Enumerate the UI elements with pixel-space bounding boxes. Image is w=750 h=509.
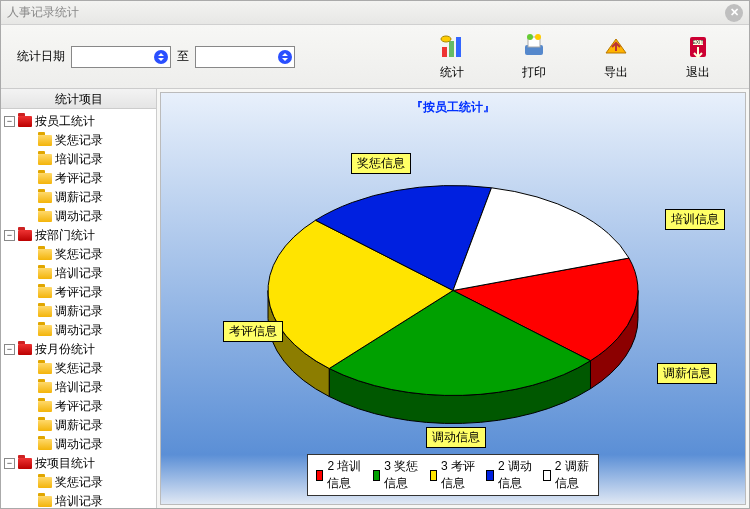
stats-button[interactable]: 统计 — [431, 32, 473, 81]
slice-label-transfer: 调动信息 — [426, 427, 486, 448]
svg-rect-2 — [456, 37, 461, 57]
tree-group[interactable]: −按月份统计 — [4, 340, 153, 359]
slice-label-bonus: 奖惩信息 — [351, 153, 411, 174]
exit-button[interactable]: EXIT 退出 — [677, 32, 719, 81]
svg-point-7 — [535, 34, 541, 40]
tree-item[interactable]: 培训记录 — [4, 150, 153, 169]
folder-open-icon — [18, 116, 32, 127]
collapse-icon[interactable]: − — [4, 116, 15, 127]
legend: 2 培训信息3 奖惩信息3 考评信息2 调动信息2 调薪信息 — [307, 454, 599, 496]
sidebar: 统计项目 −按员工统计奖惩记录培训记录考评记录调薪记录调动记录−按部门统计奖惩记… — [1, 89, 157, 508]
tree-item[interactable]: 调动记录 — [4, 435, 153, 454]
date-from-input[interactable] — [71, 46, 171, 68]
svg-text:EXIT: EXIT — [692, 39, 703, 45]
export-button[interactable]: 导出 — [595, 32, 637, 81]
folder-icon — [38, 420, 52, 431]
legend-item: 2 调薪信息 — [543, 458, 590, 492]
legend-item: 2 调动信息 — [486, 458, 533, 492]
folder-icon — [38, 154, 52, 165]
date-to-label: 至 — [177, 48, 189, 65]
tree-item[interactable]: 培训记录 — [4, 378, 153, 397]
tree-item[interactable]: 考评记录 — [4, 283, 153, 302]
collapse-icon[interactable]: − — [4, 230, 15, 241]
folder-icon — [38, 401, 52, 412]
toolbar: 统计日期 至 统计 — [1, 25, 749, 89]
spinner-icon[interactable] — [154, 50, 168, 64]
tree[interactable]: −按员工统计奖惩记录培训记录考评记录调薪记录调动记录−按部门统计奖惩记录培训记录… — [1, 109, 156, 508]
folder-icon — [38, 192, 52, 203]
export-icon — [601, 32, 631, 62]
print-button[interactable]: 打印 — [513, 32, 555, 81]
folder-icon — [38, 439, 52, 450]
tree-item[interactable]: 培训记录 — [4, 264, 153, 283]
collapse-icon[interactable]: − — [4, 458, 15, 469]
tree-item[interactable]: 调薪记录 — [4, 188, 153, 207]
tree-item[interactable]: 考评记录 — [4, 397, 153, 416]
folder-icon — [38, 173, 52, 184]
tree-item[interactable]: 调薪记录 — [4, 302, 153, 321]
tree-item[interactable]: 调动记录 — [4, 207, 153, 226]
folder-icon — [38, 249, 52, 260]
tree-item[interactable]: 奖惩记录 — [4, 473, 153, 492]
print-icon — [519, 32, 549, 62]
folder-icon — [38, 135, 52, 146]
folder-icon — [38, 496, 52, 507]
svg-rect-1 — [449, 41, 454, 57]
tree-item[interactable]: 奖惩记录 — [4, 359, 153, 378]
folder-icon — [38, 287, 52, 298]
exit-icon: EXIT — [683, 32, 713, 62]
tree-item[interactable]: 调薪记录 — [4, 416, 153, 435]
tree-item[interactable]: 奖惩记录 — [4, 131, 153, 150]
legend-item: 2 培训信息 — [316, 458, 363, 492]
folder-icon — [38, 306, 52, 317]
sidebar-header: 统计项目 — [1, 89, 156, 109]
tree-item[interactable]: 考评记录 — [4, 169, 153, 188]
folder-icon — [38, 363, 52, 374]
tree-group[interactable]: −按部门统计 — [4, 226, 153, 245]
legend-item: 3 奖惩信息 — [373, 458, 420, 492]
folder-icon — [38, 477, 52, 488]
tree-item[interactable]: 调动记录 — [4, 321, 153, 340]
slice-label-training: 培训信息 — [665, 209, 725, 230]
svg-rect-0 — [442, 47, 447, 57]
slice-label-salary: 调薪信息 — [657, 363, 717, 384]
close-icon[interactable]: ✕ — [725, 4, 743, 22]
folder-open-icon — [18, 344, 32, 355]
folder-open-icon — [18, 458, 32, 469]
collapse-icon[interactable]: − — [4, 344, 15, 355]
pie-chart — [243, 160, 663, 453]
window-title: 人事记录统计 — [7, 4, 79, 21]
folder-icon — [38, 268, 52, 279]
folder-icon — [38, 211, 52, 222]
chart-title: 『按员工统计』 — [161, 99, 745, 116]
date-to-input[interactable] — [195, 46, 295, 68]
tree-group[interactable]: −按员工统计 — [4, 112, 153, 131]
chart-area: 『按员工统计』 奖惩信息 培训信息 调薪信息 调动信息 考评信息 2 培训信息3… — [160, 92, 746, 505]
folder-icon — [38, 325, 52, 336]
folder-open-icon — [18, 230, 32, 241]
titlebar: 人事记录统计 ✕ — [1, 1, 749, 25]
tree-item[interactable]: 奖惩记录 — [4, 245, 153, 264]
legend-item: 3 考评信息 — [430, 458, 477, 492]
date-label: 统计日期 — [17, 48, 65, 65]
tree-item[interactable]: 培训记录 — [4, 492, 153, 508]
spinner-icon[interactable] — [278, 50, 292, 64]
folder-icon — [38, 382, 52, 393]
svg-point-3 — [441, 36, 451, 42]
slice-label-review: 考评信息 — [223, 321, 283, 342]
svg-point-6 — [527, 34, 533, 40]
stats-icon — [437, 32, 467, 62]
tree-group[interactable]: −按项目统计 — [4, 454, 153, 473]
